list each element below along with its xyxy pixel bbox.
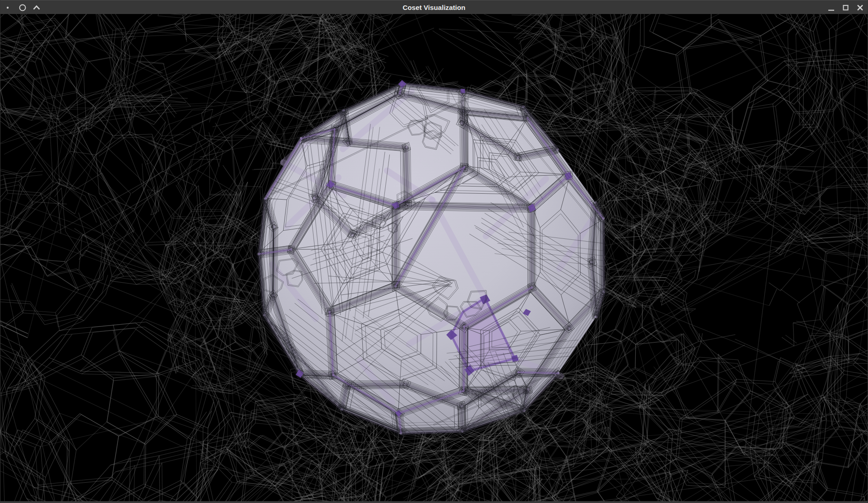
svg-text:Coset Visualization: Coset Visualization <box>403 4 466 11</box>
